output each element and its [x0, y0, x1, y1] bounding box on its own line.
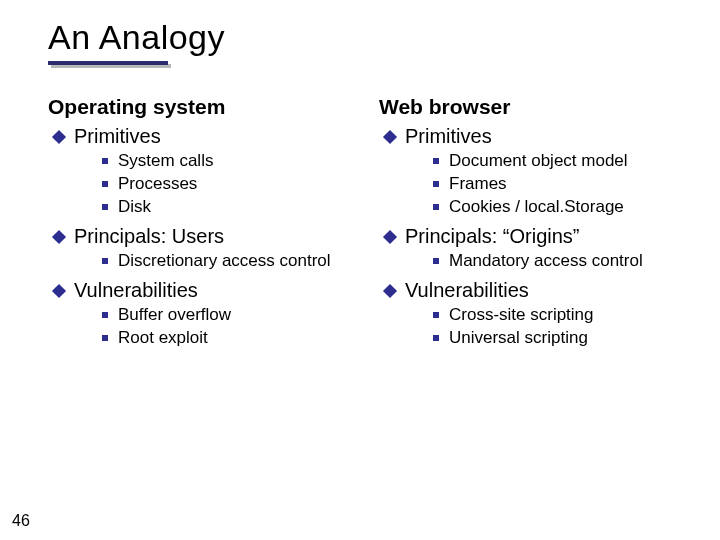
section: Vulnerabilities Buffer overflow Root exp… — [52, 279, 361, 350]
section-label: Vulnerabilities — [405, 279, 529, 301]
column-heading: Web browser — [379, 95, 692, 119]
section-label: Principals: Users — [74, 225, 224, 247]
list-item: Buffer overflow — [98, 304, 361, 327]
list-item: Frames — [429, 173, 692, 196]
list-item: Cookies / local.Storage — [429, 196, 692, 219]
list-item: Mandatory access control — [429, 250, 692, 273]
item-list: Cross-site scripting Universal scripting — [405, 304, 692, 350]
section-list: Primitives Document object model Frames … — [379, 125, 692, 350]
section: Vulnerabilities Cross-site scripting Uni… — [383, 279, 692, 350]
section-label: Principals: “Origins” — [405, 225, 579, 247]
page-number: 46 — [12, 512, 30, 530]
list-item: System calls — [98, 150, 361, 173]
list-item: Cross-site scripting — [429, 304, 692, 327]
item-list: System calls Processes Disk — [74, 150, 361, 219]
title-underline — [48, 61, 168, 75]
column-heading: Operating system — [48, 95, 361, 119]
list-item: Root exploit — [98, 327, 361, 350]
list-item: Disk — [98, 196, 361, 219]
section: Principals: “Origins” Mandatory access c… — [383, 225, 692, 273]
right-column: Web browser Primitives Document object m… — [379, 95, 692, 356]
list-item: Discretionary access control — [98, 250, 361, 273]
item-list: Discretionary access control — [74, 250, 361, 273]
slide-title: An Analogy — [48, 18, 692, 57]
section-label: Primitives — [74, 125, 161, 147]
section: Principals: Users Discretionary access c… — [52, 225, 361, 273]
section-label: Primitives — [405, 125, 492, 147]
list-item: Document object model — [429, 150, 692, 173]
left-column: Operating system Primitives System calls… — [48, 95, 361, 356]
list-item: Processes — [98, 173, 361, 196]
item-list: Document object model Frames Cookies / l… — [405, 150, 692, 219]
content-columns: Operating system Primitives System calls… — [48, 95, 692, 356]
section-list: Primitives System calls Processes Disk P… — [48, 125, 361, 350]
section: Primitives Document object model Frames … — [383, 125, 692, 219]
item-list: Mandatory access control — [405, 250, 692, 273]
section: Primitives System calls Processes Disk — [52, 125, 361, 219]
list-item: Universal scripting — [429, 327, 692, 350]
item-list: Buffer overflow Root exploit — [74, 304, 361, 350]
section-label: Vulnerabilities — [74, 279, 198, 301]
